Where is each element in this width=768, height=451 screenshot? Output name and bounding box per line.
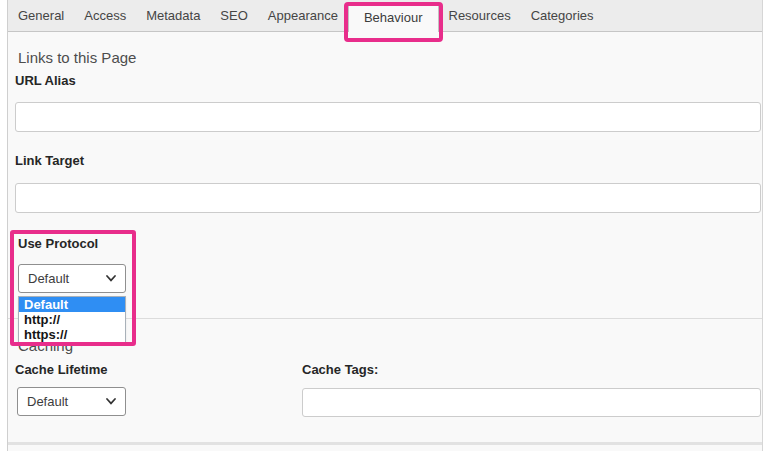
bottom-divider (8, 442, 762, 445)
tab-metadata[interactable]: Metadata (136, 0, 210, 31)
url-alias-label: URL Alias (15, 73, 76, 88)
tab-general[interactable]: General (8, 0, 74, 31)
page: General Access Metadata SEO Appearance B… (0, 0, 768, 451)
tab-access[interactable]: Access (74, 0, 136, 31)
page-properties-component: General Access Metadata SEO Appearance B… (7, 0, 763, 451)
section-heading-links: Links to this Page (18, 49, 136, 66)
content-panel: Links to this Page URL Alias Link Target… (8, 32, 762, 451)
use-protocol-select[interactable]: Default (18, 264, 126, 293)
use-protocol-option-list: Default http:// https:// (18, 296, 126, 343)
tab-behaviour-label: Behaviour (364, 10, 423, 25)
tab-resources[interactable]: Resources (439, 0, 521, 31)
link-target-label: Link Target (15, 153, 84, 168)
tab-bar: General Access Metadata SEO Appearance B… (8, 0, 762, 32)
cache-lifetime-selected-value: Default (27, 394, 68, 409)
cache-lifetime-select[interactable]: Default (17, 387, 126, 416)
link-target-input[interactable] (15, 183, 761, 213)
tab-categories[interactable]: Categories (521, 0, 604, 31)
option-http[interactable]: http:// (19, 312, 125, 327)
option-https[interactable]: https:// (19, 327, 125, 342)
use-protocol-selected-value: Default (28, 271, 69, 286)
tab-behaviour[interactable]: Behaviour (348, 2, 439, 32)
option-default[interactable]: Default (19, 297, 125, 312)
tab-seo[interactable]: SEO (210, 0, 257, 31)
use-protocol-group: Use Protocol Default Default http:// htt… (10, 230, 136, 346)
chevron-down-icon (106, 275, 116, 282)
cache-lifetime-label: Cache Lifetime (15, 362, 107, 377)
cache-tags-label: Cache Tags: (302, 362, 378, 377)
chevron-down-icon (106, 398, 116, 405)
tab-appearance[interactable]: Appearance (258, 0, 348, 31)
cache-tags-input[interactable] (302, 388, 761, 417)
use-protocol-label: Use Protocol (18, 236, 98, 251)
url-alias-input[interactable] (15, 102, 761, 132)
